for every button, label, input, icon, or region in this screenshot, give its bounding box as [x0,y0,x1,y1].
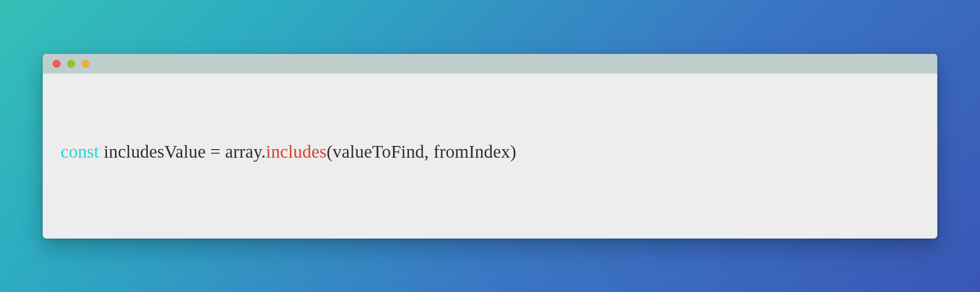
token-keyword: const [61,142,99,162]
close-icon[interactable] [53,60,61,68]
token-lparen: ( [326,142,333,162]
token-variable: includesValue [104,142,206,162]
code-line: const includesValue = array.includes(val… [61,141,919,162]
zoom-icon[interactable] [81,60,89,68]
window-titlebar [43,54,937,74]
code-window: const includesValue = array.includes(val… [43,54,937,239]
token-method: includes [266,142,327,162]
token-object: array [225,142,262,162]
token-dot: . [261,142,266,162]
minimize-icon[interactable] [67,60,75,68]
token-assign: = [206,142,225,162]
token-arg2: fromIndex [433,142,510,162]
token-rparen: ) [510,142,517,162]
token-comma: , [424,142,433,162]
editor-content: const includesValue = array.includes(val… [43,74,937,239]
token-arg1: valueToFind [333,142,424,162]
token-space [99,142,103,162]
